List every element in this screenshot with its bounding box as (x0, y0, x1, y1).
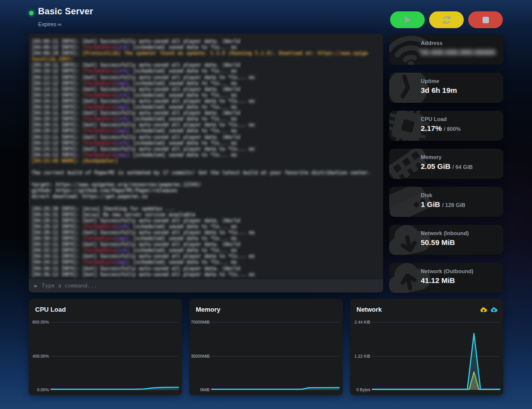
memory-line-series (212, 322, 339, 390)
command-input[interactable] (42, 283, 378, 289)
stat-value: 2.05 GiB (421, 162, 450, 170)
y-tick: 0 Bytes (352, 387, 370, 392)
stat-card-address: Address 00.000.000.000:00000 (389, 35, 503, 65)
cloud-arrow-up-icon (490, 306, 497, 315)
cpu-line-series (51, 322, 178, 390)
server-status-dot (29, 11, 34, 15)
chart-card-memory: Memory 70000MiB 35000MiB 0MiB (189, 299, 343, 395)
y-tick: 800.00% (30, 320, 49, 325)
y-tick: 400.00% (30, 354, 49, 359)
play-icon (404, 16, 411, 24)
stat-card-cpu: CPU Load 2.17%/ 800% (389, 111, 503, 141)
page-title: Basic Server (38, 6, 93, 17)
stat-limit: / 128 GiB (442, 202, 465, 208)
stat-card-memory: Memory 2.05 GiB/ 64 GiB (389, 149, 503, 179)
stat-label: Uptime (421, 78, 439, 84)
console-panel: [04:06:11 INFO]: [bot] Successfully auto… (29, 34, 383, 292)
stat-card-disk: Disk 1 GiB/ 128 GiB (389, 187, 503, 217)
stat-card-network-outbound: Network (Outbound) 41.12 MiB (389, 263, 503, 293)
chart-title: CPU Load (35, 306, 66, 313)
chart-card-network: Network 2.44 KiB 1.22 KiB 0 Bytes (350, 299, 503, 395)
chart-title: Memory (196, 306, 221, 313)
stat-limit: / 800% (444, 126, 461, 132)
network-plot-area: 2.44 KiB 1.22 KiB 0 Bytes (372, 322, 500, 390)
memory-plot-area: 70000MiB 35000MiB 0MiB (212, 322, 339, 390)
restart-icon (442, 15, 451, 25)
y-tick: 2.44 KiB (352, 320, 370, 325)
chevrons-right-icon: » (34, 283, 37, 289)
chart-title: Network (356, 306, 382, 313)
stat-card-uptime: Uptime 3d 6h 19m (389, 73, 503, 103)
console-log[interactable]: [04:06:11 INFO]: [bot] Successfully auto… (29, 34, 383, 279)
console-input-bar: » (29, 279, 383, 292)
stat-label: Memory (421, 154, 442, 160)
y-tick: 0.00% (30, 387, 49, 392)
stat-value: 41.12 MiB (421, 276, 455, 285)
cloud-arrow-down-icon (480, 306, 487, 315)
stat-label: Address (421, 40, 443, 46)
stop-button[interactable] (468, 11, 503, 28)
stat-value: 3d 6h 19m (421, 86, 457, 94)
server-dashboard: Basic Server Expires ∞ [04:06:11 INFO]: … (0, 0, 532, 409)
stat-label: Network (Outbound) (421, 268, 473, 274)
stat-card-network-inbound: Network (Inbound) 50.59 MiB (389, 225, 503, 255)
stat-label: CPU Load (421, 116, 447, 122)
stat-value: 1 GiB (421, 200, 440, 208)
chart-card-cpu: CPU Load 800.00% 400.00% 0.00% (29, 299, 182, 395)
cpu-plot-area: 800.00% 400.00% 0.00% (51, 322, 178, 390)
stat-value: 50.59 MiB (421, 238, 455, 246)
stat-value: 2.17% (421, 124, 442, 132)
stop-icon (482, 16, 489, 24)
network-legend (480, 306, 497, 315)
y-tick: 1.22 KiB (352, 354, 370, 359)
network-line-series (372, 322, 500, 390)
expires-label: Expires ∞ (38, 21, 62, 27)
y-tick: 0MiB (191, 387, 210, 392)
start-button[interactable] (390, 11, 425, 28)
stat-label: Network (Inbound) (421, 230, 469, 236)
stat-label: Disk (421, 192, 432, 198)
y-tick: 70000MiB (191, 320, 210, 325)
y-tick: 35000MiB (191, 354, 210, 359)
stat-value-redacted: 00.000.000.000:00000 (421, 48, 495, 56)
restart-button[interactable] (429, 11, 464, 28)
stat-limit: / 64 GiB (452, 164, 473, 170)
